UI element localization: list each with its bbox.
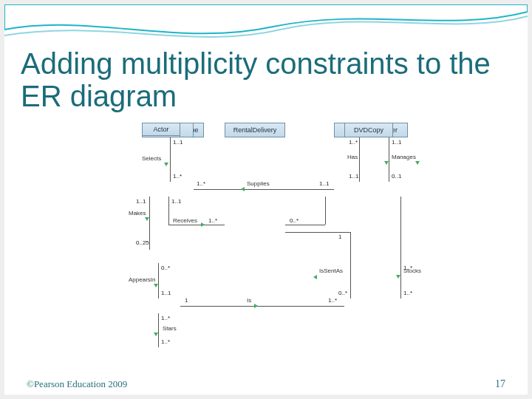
arrow-icon (415, 161, 420, 165)
mult: 0..* (290, 217, 299, 224)
mult: 1..* (349, 139, 358, 146)
rel-is-sent-as: IsSentAs (319, 267, 343, 274)
mult: 1..* (161, 315, 170, 321)
arrow-icon (241, 187, 245, 191)
arrow-icon (396, 275, 400, 279)
mult: 1..1 (173, 139, 183, 146)
mult: 1 (185, 297, 188, 304)
arrow-icon (154, 284, 158, 287)
rel-makes: Makes (129, 210, 146, 216)
arrow-icon (154, 332, 158, 336)
mult: 0..25 (136, 239, 149, 246)
mult: 1..* (173, 173, 182, 180)
line (168, 225, 225, 225)
mult: 1..* (161, 338, 170, 345)
page-title: Adding multiplicity constraints to the E… (21, 47, 511, 112)
entity-dvd-copy: DVDCopy (344, 123, 393, 137)
arrow-icon (201, 222, 205, 227)
mult: 1..* (197, 180, 205, 187)
mult: 1..1 (171, 198, 181, 205)
mult: 0..* (161, 265, 170, 271)
arrow-icon (384, 161, 389, 165)
line (359, 137, 360, 182)
rel-is: Is (247, 297, 251, 304)
mult: 1..1 (349, 173, 358, 180)
rel-receives: Receives (173, 217, 197, 224)
mult: 1..1 (392, 139, 401, 146)
arrow-icon (254, 304, 258, 308)
line (168, 197, 169, 225)
rel-stocks: Stocks (403, 267, 421, 274)
mult: 1..1 (161, 290, 171, 296)
mult: 1..1 (136, 198, 146, 205)
er-diagram: MembershipType Staff Member Distribution… (129, 123, 424, 366)
line (180, 306, 344, 307)
mult: 0..* (338, 290, 347, 296)
mult: 1 (338, 233, 341, 240)
mult: 1..* (403, 290, 412, 296)
line (194, 189, 334, 190)
line (400, 197, 401, 299)
line (285, 225, 325, 225)
arrow-icon (145, 217, 149, 221)
mult: 1..* (208, 217, 217, 224)
line (285, 232, 350, 233)
rel-appears-in: AppearsIn (129, 276, 155, 283)
rel-selects: Selects (142, 155, 161, 162)
line (389, 137, 389, 182)
footer: ©Pearson Education 2009 17 (27, 378, 505, 390)
rel-stars: Stars (163, 325, 177, 332)
rel-supplies: Supplies (247, 180, 270, 187)
copyright: ©Pearson Education 2009 (27, 378, 127, 390)
entity-rental-delivery: RentalDelivery (225, 123, 285, 137)
line (170, 137, 171, 182)
entity-actor: Actor (142, 123, 180, 136)
page-number: 17 (495, 378, 505, 390)
rel-has: Has (347, 154, 358, 160)
mult: 1..* (328, 297, 337, 304)
line (149, 197, 150, 250)
arrow-icon (313, 275, 317, 279)
slide: Adding multiplicity constraints to the E… (0, 0, 532, 399)
line (158, 313, 159, 347)
line (158, 263, 159, 299)
line (350, 232, 351, 299)
mult: 1..1 (319, 180, 329, 187)
header-wave (4, 4, 528, 46)
mult: 0..1 (392, 173, 401, 180)
line (325, 197, 326, 225)
rel-manages: Manages (392, 154, 416, 160)
arrow-icon (164, 163, 168, 166)
